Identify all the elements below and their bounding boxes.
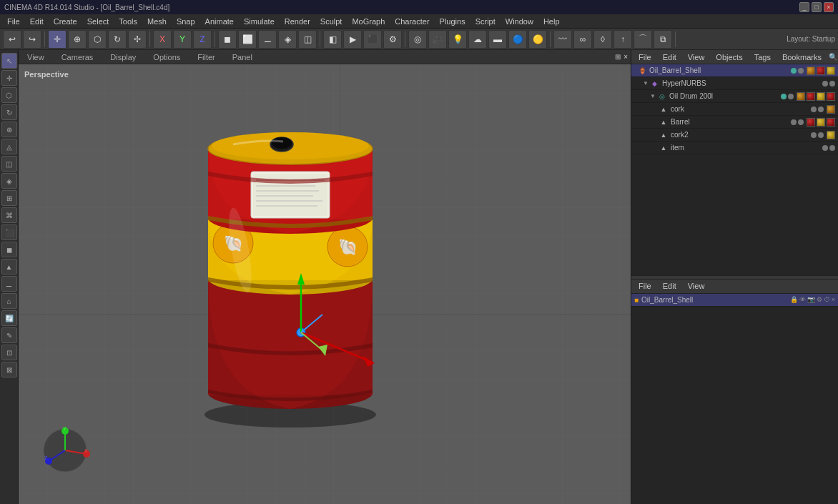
sidebar-tool2[interactable]: ◬ bbox=[1, 139, 17, 154]
dot-hn-2[interactable] bbox=[829, 81, 835, 87]
viewport-3d[interactable]: Perspective 🐚 bbox=[19, 64, 631, 504]
dot-item-1[interactable] bbox=[822, 145, 828, 151]
sidebar-tool13[interactable]: ✎ bbox=[1, 327, 17, 343]
obj-menu-file[interactable]: File bbox=[634, 52, 656, 62]
sym-tool[interactable]: ∞ bbox=[573, 30, 592, 49]
menu-tools[interactable]: Tools bbox=[114, 16, 142, 27]
camera-obj[interactable]: 🎥 bbox=[428, 30, 447, 49]
sidebar-tool10[interactable]: ⚊ bbox=[1, 276, 17, 292]
menu-snap[interactable]: Snap bbox=[172, 16, 199, 27]
prop-vis-icon[interactable]: 👁 bbox=[799, 296, 806, 303]
undo-button[interactable]: ↩ bbox=[3, 30, 21, 49]
dot-item-2[interactable] bbox=[829, 145, 835, 151]
obj-menu-objects[interactable]: Objects bbox=[711, 52, 746, 62]
prop-anim-icon[interactable]: ⏱ bbox=[824, 296, 830, 303]
dot-cork-2[interactable] bbox=[818, 107, 824, 112]
render-btn[interactable]: ⬛ bbox=[363, 30, 382, 49]
prop-menu-file[interactable]: File bbox=[634, 281, 656, 291]
render-view-btn[interactable]: ◧ bbox=[323, 30, 342, 49]
prop-render-icon[interactable]: 📷 bbox=[807, 296, 815, 303]
menu-simulate[interactable]: Simulate bbox=[240, 16, 279, 27]
vp-tab-cameras[interactable]: Cameras bbox=[56, 51, 99, 63]
sidebar-tool11[interactable]: ⌂ bbox=[1, 293, 17, 309]
sidebar-tool4[interactable]: ◈ bbox=[1, 173, 17, 189]
menu-select[interactable]: Select bbox=[83, 16, 114, 27]
spline-tool[interactable]: 〰 bbox=[553, 30, 572, 49]
menu-window[interactable]: Window bbox=[501, 16, 538, 27]
floor-obj[interactable]: ▬ bbox=[488, 30, 507, 49]
vp-tab-view[interactable]: View bbox=[21, 51, 50, 63]
sidebar-tool14[interactable]: ⊡ bbox=[1, 345, 17, 360]
obj-menu-edit[interactable]: Edit bbox=[659, 52, 681, 62]
multi-tool[interactable]: ✢ bbox=[128, 30, 147, 49]
vp-tab-options[interactable]: Options bbox=[147, 51, 186, 63]
prop-close-icon[interactable]: × bbox=[832, 296, 835, 303]
search-icon[interactable]: 🔍 bbox=[829, 53, 837, 61]
menu-character[interactable]: Character bbox=[390, 16, 433, 27]
texture-obj[interactable]: 🟡 bbox=[528, 30, 547, 49]
menu-help[interactable]: Help bbox=[539, 16, 564, 27]
prop-child-icon[interactable]: ⚙ bbox=[817, 296, 822, 303]
null-object[interactable]: ◎ bbox=[408, 30, 427, 49]
light-obj[interactable]: 💡 bbox=[448, 30, 467, 49]
sidebar-tool6[interactable]: ⌘ bbox=[1, 207, 17, 223]
dot-b2-1[interactable] bbox=[791, 119, 797, 125]
menu-mograph[interactable]: MoGraph bbox=[347, 16, 389, 27]
obj-item-oil-drum[interactable]: ▼ ◎ Oil Drum 200l bbox=[631, 90, 838, 103]
sidebar-rotate[interactable]: ↻ bbox=[1, 104, 17, 120]
x-axis-btn[interactable]: X bbox=[153, 30, 172, 49]
rotate-tool[interactable]: ↻ bbox=[108, 30, 127, 49]
loft-tool[interactable]: ◊ bbox=[593, 30, 612, 49]
render-settings[interactable]: ⚙ bbox=[383, 30, 402, 49]
menu-plugins[interactable]: Plugins bbox=[435, 16, 470, 27]
poly-mode[interactable]: ◈ bbox=[278, 30, 297, 49]
menu-animate[interactable]: Animate bbox=[201, 16, 238, 27]
dot-drum-2[interactable] bbox=[788, 94, 794, 99]
menu-edit[interactable]: Edit bbox=[26, 16, 48, 27]
obj-item-cork2[interactable]: ▲ cork2 bbox=[631, 129, 838, 142]
scale-tool[interactable]: ⬡ bbox=[88, 30, 107, 49]
points-mode[interactable]: ⬜ bbox=[238, 30, 257, 49]
dot-c2-2[interactable] bbox=[818, 132, 824, 138]
prop-menu-edit[interactable]: Edit bbox=[659, 281, 681, 291]
cloner-tool[interactable]: ⧉ bbox=[654, 30, 672, 49]
move-tool[interactable]: ⊕ bbox=[68, 30, 87, 49]
obj-dot-1[interactable] bbox=[791, 68, 797, 74]
extrude-tool[interactable]: ↑ bbox=[613, 30, 632, 49]
material-obj[interactable]: 🔵 bbox=[508, 30, 527, 49]
menu-mesh[interactable]: Mesh bbox=[143, 16, 171, 27]
obj-dot-2[interactable] bbox=[798, 68, 804, 74]
sidebar-tool7[interactable]: ⬛ bbox=[1, 224, 17, 240]
expand-arrow-1[interactable]: ▼ bbox=[643, 80, 649, 87]
sidebar-tool9[interactable]: ▲ bbox=[1, 259, 17, 275]
render-active-view[interactable]: ▶ bbox=[343, 30, 362, 49]
close-button[interactable]: × bbox=[824, 2, 834, 12]
viewport-close[interactable]: × bbox=[623, 53, 628, 61]
sidebar-tool15[interactable]: ⊠ bbox=[1, 362, 17, 377]
maximize-button[interactable]: □ bbox=[812, 2, 822, 12]
sidebar-tool1[interactable]: ⊛ bbox=[1, 122, 17, 137]
obj-item-cork[interactable]: ▲ cork bbox=[631, 103, 838, 116]
menu-script[interactable]: Script bbox=[471, 16, 500, 27]
sidebar-scale[interactable]: ⬡ bbox=[1, 87, 17, 103]
dot-hn-1[interactable] bbox=[822, 81, 828, 87]
vp-tab-filter[interactable]: Filter bbox=[192, 51, 220, 63]
dot-cork-1[interactable] bbox=[811, 107, 817, 112]
viewport-expand[interactable]: ⊞ bbox=[615, 53, 621, 61]
y-axis-btn[interactable]: Y bbox=[173, 30, 192, 49]
edge-mode[interactable]: ⚊ bbox=[258, 30, 277, 49]
obj-menu-view[interactable]: View bbox=[684, 52, 709, 62]
expand-arrow-2[interactable]: ▼ bbox=[650, 93, 656, 99]
obj-item-barrel[interactable]: ▲ Barrel bbox=[631, 116, 838, 129]
obj-menu-tags[interactable]: Tags bbox=[750, 52, 775, 62]
sky-obj[interactable]: ☁ bbox=[468, 30, 487, 49]
obj-item-oil-barrel-shell[interactable]: 🏺 Oil_Barrel_Shell bbox=[631, 64, 838, 77]
dot-b2-2[interactable] bbox=[798, 119, 804, 125]
sidebar-move[interactable]: ✛ bbox=[1, 70, 17, 86]
object-mode[interactable]: ◼ bbox=[218, 30, 237, 49]
obj-item-hypernurbs[interactable]: ▼ ◆ HyperNURBS bbox=[631, 77, 838, 90]
menu-render[interactable]: Render bbox=[280, 16, 315, 27]
z-axis-btn[interactable]: Z bbox=[193, 30, 212, 49]
dot-c2-1[interactable] bbox=[811, 132, 817, 138]
sidebar-tool3[interactable]: ◫ bbox=[1, 156, 17, 172]
